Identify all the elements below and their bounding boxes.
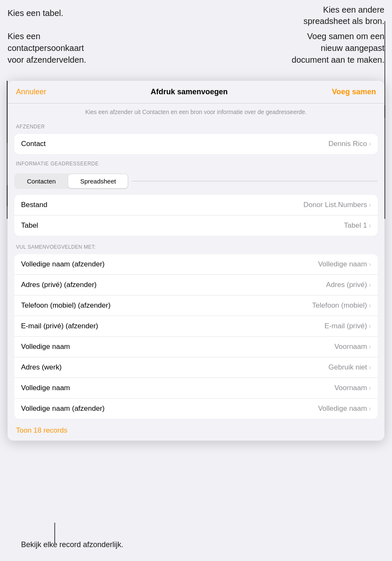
segmented-control: Contacten Spreadsheet [14, 173, 128, 189]
seg-contacten-button[interactable]: Contacten [15, 174, 67, 188]
vul-row-value-container: E-mail (privé) › [325, 322, 371, 330]
annotation-top-left: Kies een tabel. [8, 8, 63, 19]
vul-row-value: Voornaam [334, 384, 367, 392]
toon-records-link[interactable]: Toon 18 records [8, 420, 76, 441]
vul-row-value-container: Telefoon (mobiel) › [312, 301, 371, 310]
vul-row-value: E-mail (privé) [325, 322, 367, 330]
contact-chevron-icon: › [369, 140, 371, 148]
vul-row-value-container: Adres (privé) › [326, 281, 371, 289]
vul-row-label: Volledige naam (afzender) [21, 260, 104, 269]
vul-row[interactable]: Volledige naam Voornaam › [14, 378, 378, 399]
vul-row-chevron-icon: › [369, 384, 371, 392]
bottom-annotation: Bekijk elke record afzonderlijk. [21, 540, 123, 549]
modal-header: Annuleer Afdruk samenvoegen Voeg samen [8, 81, 384, 104]
vul-row-chevron-icon: › [369, 281, 371, 289]
vul-row-label: E-mail (privé) (afzender) [21, 322, 98, 330]
vul-row[interactable]: Volledige naam (afzender) Volledige naam… [14, 254, 378, 275]
vul-row-value: Adres (privé) [326, 281, 367, 289]
vul-row-chevron-icon: › [369, 322, 371, 330]
vul-row-label: Volledige naam [21, 384, 70, 392]
bestand-row[interactable]: Bestand Donor List.Numbers › [14, 195, 378, 215]
bestand-label: Bestand [21, 201, 47, 209]
vul-row-value-container: Volledige naam › [318, 404, 371, 413]
modal-title: Afdruk samenvoegen [151, 88, 228, 96]
vul-row-chevron-icon: › [369, 261, 371, 268]
tabel-label: Tabel [21, 221, 38, 230]
tabel-row[interactable]: Tabel Tabel 1 › [14, 215, 378, 236]
tabel-value: Tabel 1 [344, 221, 367, 230]
contact-label: Contact [21, 140, 46, 148]
contact-value: Dennis Rico [328, 140, 367, 148]
vul-row[interactable]: Adres (werk) Gebruik niet › [14, 357, 378, 378]
vul-row[interactable]: E-mail (privé) (afzender) E-mail (privé)… [14, 316, 378, 337]
vul-row[interactable]: Volledige naam Voornaam › [14, 337, 378, 357]
vul-row-value-container: Volledige naam › [318, 260, 371, 269]
annotation-mid-left: Kies een contactpersoonkaart voor afzend… [8, 30, 86, 66]
modal-container: Annuleer Afdruk samenvoegen Voeg samen K… [8, 81, 384, 441]
vul-row-label: Adres (werk) [21, 363, 61, 372]
contact-row[interactable]: Contact Dennis Rico › [14, 134, 378, 154]
vul-row-value: Volledige naam [318, 404, 367, 413]
seg-line [132, 181, 378, 181]
afzender-section-label: AFZENDER [8, 119, 384, 132]
vul-row-label: Volledige naam (afzender) [21, 404, 104, 413]
segmented-area: Contacten Spreadsheet [8, 169, 384, 191]
vul-row-label: Telefoon (mobiel) (afzender) [21, 301, 111, 310]
afzender-card: Contact Dennis Rico › [14, 134, 378, 154]
bestand-chevron-icon: › [369, 201, 371, 209]
vul-section-label: VUL SAMENVOEGVELDEN MET: [8, 237, 384, 253]
vul-row-value: Voornaam [334, 343, 367, 351]
vul-row-chevron-icon: › [369, 302, 371, 309]
annotation-top-right: Kies een andere spreadsheet als bron. [304, 4, 384, 27]
vul-row[interactable]: Volledige naam (afzender) Volledige naam… [14, 399, 378, 419]
vul-row-chevron-icon: › [369, 405, 371, 412]
tabel-chevron-icon: › [369, 222, 371, 229]
vul-row-label: Adres (privé) (afzender) [21, 281, 97, 289]
tabel-value-container: Tabel 1 › [344, 221, 371, 230]
informatie-section-label: INFORMATIE GEADRESSEERDE [8, 156, 384, 169]
seg-spreadsheet-button[interactable]: Spreadsheet [68, 174, 128, 188]
vul-row[interactable]: Adres (privé) (afzender) Adres (privé) › [14, 275, 378, 295]
vul-row-chevron-icon: › [369, 364, 371, 371]
cancel-button[interactable]: Annuleer [16, 88, 46, 96]
vul-row-value: Telefoon (mobiel) [312, 301, 367, 310]
bestand-value-container: Donor List.Numbers › [304, 201, 371, 209]
merge-button[interactable]: Voeg samen [332, 88, 376, 96]
vul-row[interactable]: Telefoon (mobiel) (afzender) Telefoon (m… [14, 295, 378, 316]
vul-card: Volledige naam (afzender) Volledige naam… [14, 254, 378, 419]
contact-value-container: Dennis Rico › [328, 140, 371, 148]
vul-row-chevron-icon: › [369, 343, 371, 351]
vul-row-value: Gebruik niet [328, 363, 367, 372]
vul-row-value: Volledige naam [318, 260, 367, 269]
annotation-mid-right: Voeg samen om een nieuw aangepast docume… [292, 30, 384, 66]
bestand-tabel-card: Bestand Donor List.Numbers › Tabel Tabel… [14, 195, 378, 236]
modal-subtitle: Kies een afzender uit Contacten en een b… [8, 104, 384, 119]
vul-row-value-container: Gebruik niet › [328, 363, 371, 372]
vul-row-value-container: Voornaam › [334, 343, 371, 351]
vul-row-value-container: Voornaam › [334, 384, 371, 392]
bestand-value: Donor List.Numbers [304, 201, 367, 209]
vul-row-label: Volledige naam [21, 343, 70, 351]
